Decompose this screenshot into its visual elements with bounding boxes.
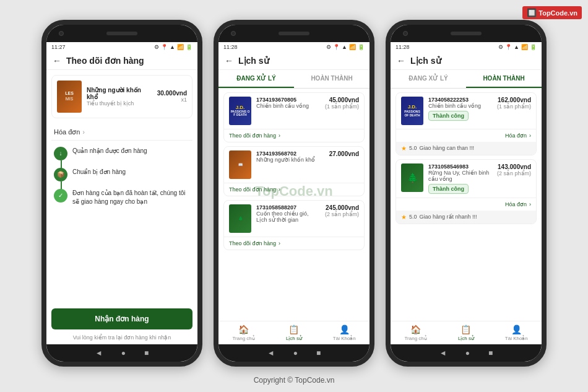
phone2-order-2: 📖 1734193568702 Những người khốn khổ 27.…: [223, 146, 365, 196]
phone2-bottom-bar: ◄ ● ■: [218, 344, 370, 362]
recent-nav-btn[interactable]: ■: [144, 349, 149, 357]
tab-hoanthanh[interactable]: HOÀN THÀNH: [294, 70, 370, 88]
account-icon: 👤: [339, 324, 350, 334]
copyright-text: Copyright © TopCode.vn: [254, 376, 335, 385]
phone3-account-icon: 👤: [511, 324, 522, 334]
logo-text: TopCode.vn: [538, 9, 577, 17]
timeline-text-3: Đơn hàng của bạn đã hoàn tất, chúng tôi …: [72, 189, 190, 206]
comp-order1-footer[interactable]: Hóa đơn ›: [396, 129, 536, 142]
order2-header: 📖 1734193568702 Những người khốn khổ 27.…: [224, 147, 364, 183]
home-nav-btn[interactable]: ●: [121, 349, 126, 357]
comp-order1-stars: ★: [401, 145, 407, 152]
comp-order2-thumb: 🌲: [401, 163, 423, 192]
order2-title: Những người khốn khổ: [256, 157, 324, 163]
phone3-status-bar: 11:28 ⚙ 📍 ▲ 📶 🔋: [391, 42, 542, 52]
phone2-back-btn[interactable]: ◄: [267, 349, 275, 357]
phone3-app-header: ← Lịch sử: [391, 52, 542, 70]
comp-order1-title: Chiến binh cầu vồng: [428, 103, 492, 109]
order1-id: 1734193670805: [256, 97, 320, 103]
phone2-speaker: [279, 32, 309, 35]
order1-thumb: J.D. PASSIONS OF DEATH: [229, 97, 251, 125]
phone3-nav-trangchu-label: Trang chủ: [405, 336, 427, 341]
phone3-home-btn[interactable]: ●: [465, 349, 470, 357]
comp-order1-price-block: 162.000vnd (1 sản phẩm): [497, 97, 531, 110]
comp-order1-info: 1734058222253 Chiến binh cầu vồng Thành …: [428, 97, 492, 121]
phone1-timeline: ↓ Quản nhận được đơn hàng 📦 Chuẩn bị đơn…: [46, 142, 197, 303]
phone1-app-header: ← Theo dõi đơn hàng: [46, 52, 197, 70]
order3-info: 1731058588207 Cuốn theo chiều gió, Lịch …: [256, 204, 320, 223]
battery-icon2: 🔋: [358, 44, 365, 50]
back-nav-btn[interactable]: ◄: [95, 349, 103, 357]
phone3-nav-trangchu[interactable]: 🏠 Trang chủ: [391, 321, 441, 344]
comp-order1-rating-val: 5.0: [409, 145, 417, 151]
back-arrow-icon[interactable]: ←: [53, 56, 61, 66]
phone1-book-sub: Tiểu thuyết bị kịch: [87, 100, 152, 107]
battery-icon: 🔋: [186, 44, 192, 50]
battery-icon3: 🔋: [530, 44, 537, 50]
phone3-tab-hoanthanh[interactable]: HOÀN THÀNH: [466, 70, 542, 88]
phone2-screen: 11:28 ⚙ 📍 ▲ 📶 🔋 ← Lịch sử ĐANG XỬ LÝ HOÀ…: [218, 42, 370, 344]
phone2-home-btn[interactable]: ●: [293, 349, 298, 357]
timeline-text-2: Chuẩn bị đơn hàng: [72, 168, 126, 176]
phone2-status-icons: ⚙ 📍 ▲ 📶 🔋: [326, 44, 365, 50]
phone2-header-title: Lịch sử: [238, 56, 269, 66]
receive-order-button[interactable]: Nhận đơn hàng: [51, 308, 192, 329]
phone1-book-price: 30.000vnd: [157, 90, 187, 97]
phone2-nav-trangchu[interactable]: 🏠 Trang chủ: [218, 321, 269, 344]
order1-price: 45.000vnd: [325, 97, 359, 103]
phone3-bottom-bar: ◄ ● ■: [391, 344, 542, 362]
phone2-recent-btn[interactable]: ■: [316, 349, 321, 357]
phone3-recent-btn[interactable]: ■: [488, 349, 493, 357]
phone1-invoice-row[interactable]: Hóa đơn ›: [51, 124, 192, 141]
phone3-history-icon: 📋: [460, 324, 471, 334]
comp-order2-img: 🌲: [401, 163, 423, 192]
phone1: 11:27 ⚙ 📍 ▲ 📶 🔋 ← Theo dõi đơn hàng: [41, 20, 202, 367]
comp-order1-img: J.D. PASSIONS OF DEATH: [401, 97, 423, 125]
timeline-dot-1: ↓: [54, 147, 67, 160]
timeline-text-1: Quản nhận được đơn hàng: [72, 147, 147, 155]
phone3-bottom-nav: 🏠 Trang chủ 📋 Lịch sử 👤 Tài Khoản: [391, 321, 542, 344]
phone2-nav-lichsu[interactable]: 📋 Lịch sử: [269, 321, 319, 344]
phone3-back-arrow[interactable]: ←: [397, 56, 405, 66]
tab-dangxuly[interactable]: ĐANG XỬ LÝ: [218, 70, 294, 88]
phone1-order-item: LES MIS Những người khốn khổ Tiểu thuyết…: [51, 75, 192, 118]
order3-footer[interactable]: Theo dõi đơn hàng ›: [224, 237, 364, 250]
order1-footer[interactable]: Theo dõi đơn hàng ›: [224, 129, 364, 142]
comp-order2-footer[interactable]: Hóa đơn ›: [396, 198, 536, 211]
phone1-time: 11:27: [51, 44, 66, 50]
comp-order2-id: 1731058546983: [428, 163, 492, 170]
phone3-header-title: Lịch sử: [410, 56, 441, 66]
phone3-top-bar: [391, 25, 542, 42]
order3-thumb: 🌲: [229, 204, 251, 233]
order3-qty: (2 sản phẩm): [325, 211, 359, 217]
phone1-order-info: Những người khốn khổ Tiểu thuyết bị kịch: [87, 87, 152, 107]
comp-order1-price: 162.000vnd: [497, 97, 531, 103]
wifi-icon3: 📶: [521, 44, 528, 50]
phone2-camera: [231, 31, 236, 36]
order3-price: 245.000vnd: [325, 204, 359, 211]
phone3-order-list: J.D. PASSIONS OF DEATH 1734058222253 Chi…: [391, 89, 542, 321]
timeline-item-1: ↓ Quản nhận được đơn hàng: [54, 147, 190, 160]
phone2-nav-taikhoan[interactable]: 👤 Tài Khoản: [319, 321, 370, 344]
phone2-order-list: J.D. PASSIONS OF DEATH 1734193670805 Chi…: [218, 89, 370, 321]
phone1-book-qty: x1: [157, 97, 187, 103]
phone3-nav-taikhoan[interactable]: 👤 Tài Khoản: [491, 321, 542, 344]
phone3-nav-lichsu[interactable]: 📋 Lịch sử: [441, 321, 491, 344]
order1-info: 1734193670805 Chiến binh cầu vồng: [256, 97, 320, 109]
phone3: 11:28 ⚙ 📍 ▲ 📶 🔋 ← Lịch sử ĐANG XỬ LÝ HOÀ…: [386, 20, 547, 367]
phone1-screen: 11:27 ⚙ 📍 ▲ 📶 🔋 ← Theo dõi đơn hàng: [46, 42, 197, 344]
signal-icon2: ▲: [342, 44, 347, 50]
phone3-back-btn[interactable]: ◄: [439, 349, 447, 357]
order3-id: 1731058588207: [256, 204, 320, 211]
phone3-camera: [403, 31, 408, 36]
comp-order1-header: J.D. PASSIONS OF DEATH 1734058222253 Chi…: [396, 93, 536, 129]
order1-header: J.D. PASSIONS OF DEATH 1734193670805 Chi…: [224, 93, 364, 129]
comp-order1-rating: ★ 5.0 Giao hàng can than !!!: [396, 142, 536, 155]
comp-order2-rating: ★ 5.0 Giao hàng rất nhanh !!!: [396, 211, 536, 224]
phone3-nav-taikhoan-label: Tài Khoản: [505, 336, 528, 341]
comp-order1-thumb: J.D. PASSIONS OF DEATH: [401, 97, 423, 125]
signal-icon: ▲: [170, 44, 175, 50]
phone2-back-arrow[interactable]: ←: [225, 56, 233, 66]
order2-footer[interactable]: Theo dõi đơn hàng ›: [224, 183, 364, 196]
phone3-tab-dangxuly[interactable]: ĐANG XỬ LÝ: [391, 70, 466, 88]
